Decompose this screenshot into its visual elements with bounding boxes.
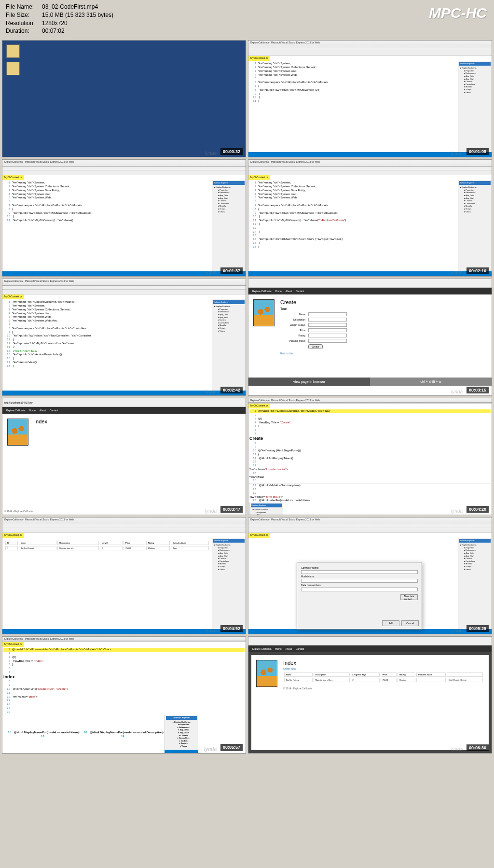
add-controller-dialog[interactable]: Controller name:Model class:Data context…	[297, 562, 422, 630]
solution-explorer[interactable]: Solution Explorer ▸ ExploreCalifornia ▸ …	[458, 180, 492, 271]
timestamp: 00:02:10	[467, 267, 489, 274]
window-title: ExploreCalifornia - Microsoft Visual Stu…	[2, 279, 246, 286]
dialog-button[interactable]: Add	[382, 620, 399, 626]
site-nav[interactable]: Explore CaliforniaHomeAboutContact	[2, 407, 246, 414]
form-input[interactable]	[308, 323, 347, 327]
code-editor[interactable]: 1@model "cls">IEnumerable<"cls">ExploreC…	[2, 647, 246, 754]
thumbnail-12[interactable]: Explore CaliforniaHomeAboutContact Index…	[248, 636, 492, 754]
code-editor[interactable]: 1"kw">using "cls">ExploreCalifornia."cls…	[2, 299, 212, 391]
file-tab[interactable]: MyDbContext.cs	[248, 56, 270, 61]
dialog-input[interactable]	[301, 579, 418, 583]
mpc-logo: MPC-HC	[429, 5, 487, 21]
window-title: ExploreCalifornia - Microsoft Visual Stu…	[2, 637, 246, 641]
timestamp: 00:02:42	[220, 387, 243, 393]
create-link[interactable]: Create New	[283, 667, 484, 670]
menu-bar[interactable]	[248, 47, 492, 51]
timestamp: 00:03:47	[220, 506, 243, 513]
duration: 00:07:02	[42, 27, 65, 35]
menu-bar[interactable]	[2, 286, 246, 290]
form-input[interactable]	[308, 328, 347, 332]
timestamp: 00:05:25	[467, 625, 489, 632]
create-button[interactable]: Create	[308, 344, 323, 349]
watermark: lynda	[451, 151, 463, 156]
thumbnail-1[interactable]: lynda00:00:32	[2, 40, 246, 157]
code-editor[interactable]: 1@model "cls">ExploreCalifornia."cls">Mo…	[248, 408, 492, 515]
thumbnail-11[interactable]: ExploreCalifornia - Microsoft Visual Stu…	[2, 636, 246, 754]
thumbnail-6[interactable]: Explore CaliforniaHomeAboutContact Creat…	[248, 279, 492, 396]
watermark: lynda	[451, 508, 463, 514]
desktop-icon[interactable]	[6, 44, 20, 58]
form-input[interactable]	[308, 312, 347, 316]
thumbnail-8[interactable]: ExploreCalifornia - Microsoft Visual Stu…	[248, 398, 492, 515]
back-link[interactable]: Back to List	[280, 352, 487, 355]
window-title: ExploreCalifornia - Microsoft Visual Stu…	[248, 41, 492, 47]
status-bar	[165, 750, 198, 754]
site-nav[interactable]: Explore CaliforniaHomeAboutContact	[248, 645, 492, 652]
address-bar[interactable]: http://localhost:19471/Tour	[2, 398, 246, 407]
code-editor[interactable]: 1"kw">using "cls">System;2"kw">using "cl…	[2, 180, 212, 271]
thumbnail-3[interactable]: ExploreCalifornia - Microsoft Visual Stu…	[2, 159, 246, 277]
solution-explorer[interactable]: Solution Explorer ▸ ExploreCalifornia ▸ …	[212, 180, 246, 271]
page-title: Index	[34, 419, 47, 503]
code-editor[interactable]: 1"kw">using "cls">System;2"kw">using "cl…	[248, 61, 458, 152]
dialog-input[interactable]	[301, 588, 418, 591]
address-bar[interactable]	[248, 279, 492, 288]
thumbnail-2[interactable]: ExploreCalifornia - Microsoft Visual Stu…	[248, 40, 492, 157]
site-nav[interactable]: Explore CaliforniaHomeAboutContact	[248, 288, 492, 294]
toolbar[interactable]	[2, 170, 246, 175]
file-tab[interactable]: MyDbContext.cs	[248, 533, 270, 538]
timestamp: 00:01:37	[220, 267, 243, 274]
watermark: lynda	[205, 151, 217, 156]
california-logo	[7, 419, 28, 446]
file-tab[interactable]: MyDbContext.cs	[2, 642, 24, 647]
timestamp: 00:03:15	[467, 387, 489, 393]
toolbar[interactable]	[2, 290, 246, 294]
form-input[interactable]	[308, 318, 347, 322]
dialog-input[interactable]	[301, 570, 418, 574]
address-bar[interactable]	[248, 637, 492, 645]
menu-bar[interactable]	[2, 167, 246, 170]
menu-bar[interactable]	[248, 167, 492, 170]
solution-explorer[interactable]: Solution Explorer ▸ ExploreCalifornia ▸ …	[458, 538, 492, 629]
solution-explorer[interactable]: Solution Explorer ▸ ExploreCalifornia ▸ …	[212, 299, 246, 391]
thumbnail-5[interactable]: ExploreCalifornia - Microsoft Visual Stu…	[2, 279, 246, 396]
dialog-button[interactable]: Cancel	[401, 620, 419, 626]
timestamp: 00:04:52	[220, 625, 243, 632]
toolbar[interactable]	[248, 51, 492, 56]
menu-bar[interactable]	[248, 524, 492, 528]
code-editor[interactable]: 1"kw">using "cls">System;2"kw">using "cl…	[248, 180, 458, 271]
solution-explorer[interactable]: Solution Explorer ▸ ExploreCalifornia ▸ …	[165, 715, 198, 750]
toolbar[interactable]	[248, 528, 492, 533]
solution-explorer[interactable]: Solution Explorer ▸ ExploreCalifornia ▸ …	[212, 538, 246, 629]
file-tab[interactable]: MyDbContext.cs	[2, 294, 24, 299]
window-title: ExploreCalifornia - Microsoft Visual Stu…	[2, 160, 246, 167]
toolbar[interactable]	[2, 528, 246, 533]
menu-bar[interactable]	[2, 524, 246, 528]
file-tab[interactable]: MyDbContext.cs	[2, 175, 24, 180]
form-input[interactable]	[308, 339, 347, 343]
resolution: 1280x720	[42, 19, 68, 28]
thumbnail-7[interactable]: http://localhost:19471/Tour Explore Cali…	[2, 398, 246, 515]
file-tab[interactable]: MyDbContext.cs	[248, 404, 270, 408]
thumbnail-grid: lynda00:00:32 ExploreCalifornia - Micros…	[0, 38, 494, 756]
file-tab[interactable]: MyDbContext.cs	[248, 175, 270, 180]
solution-explorer[interactable]: Solution Explorer ▸ ExploreCalifornia ▸ …	[249, 503, 283, 515]
data-table[interactable]: IdNameDescriptionLengthPriceRatingInclud…	[4, 540, 210, 551]
thumbnail-9[interactable]: ExploreCalifornia - Microsoft Visual Stu…	[2, 517, 246, 634]
page-title: Create	[280, 299, 487, 305]
watermark: lynda	[205, 508, 217, 514]
desktop-icon[interactable]	[6, 62, 20, 75]
toolbar[interactable]	[248, 170, 492, 175]
timestamp: 00:05:57	[220, 744, 243, 752]
file-tab[interactable]: MyDbContext.cs	[2, 533, 24, 538]
thumbnail-10[interactable]: ExploreCalifornia - Microsoft Visual Stu…	[248, 517, 492, 634]
watermark: lynda	[204, 746, 217, 752]
ribbon-shortcut: ctrl + shift + w	[370, 378, 492, 386]
thumbnail-4[interactable]: ExploreCalifornia - Microsoft Visual Stu…	[248, 159, 492, 277]
new-context-button[interactable]: New data context...	[400, 594, 418, 600]
timestamp: 00:01:05	[467, 148, 489, 155]
form-input[interactable]	[308, 334, 347, 337]
timestamp: 00:04:20	[467, 506, 489, 513]
solution-explorer[interactable]: Solution Explorer ▸ ExploreCalifornia ▸ …	[458, 61, 492, 152]
tour-table: NameDescriptionLength in daysPriceRating…	[283, 672, 484, 683]
